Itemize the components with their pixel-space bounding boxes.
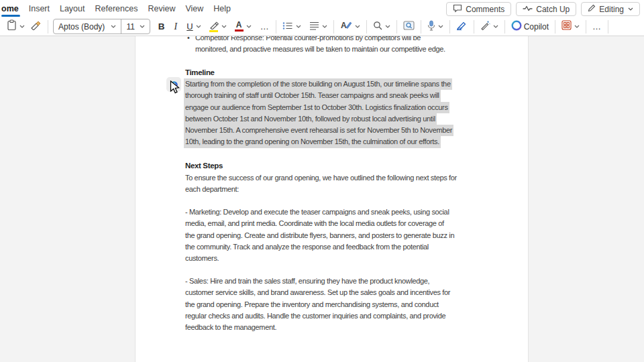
microphone-icon (427, 20, 435, 34)
chevron-down-icon (296, 25, 301, 28)
menu-tabs: ome Insert Layout References Review View… (0, 0, 241, 17)
timeline-paragraph-selected[interactable]: Starting from the completion of the stor… (184, 78, 453, 148)
selected-text-line[interactable]: November 15th. A comprehensive event reh… (184, 125, 453, 136)
header-actions: Comments Catch Up Editing (446, 2, 640, 16)
next-steps-heading[interactable]: Next Steps (185, 160, 223, 172)
ribbon-overflow-button[interactable]: … (590, 19, 604, 35)
selected-text-line[interactable]: 10th, leading to the grand opening on No… (184, 136, 441, 147)
comments-label: Comments (466, 5, 504, 14)
italic-icon: I (174, 21, 178, 32)
more-font-options-button[interactable]: … (258, 19, 272, 35)
chevron-down-icon (140, 25, 145, 28)
text-line[interactable]: customer service skills, and brand aware… (185, 287, 450, 298)
selected-text-line[interactable]: Starting from the completion of the stor… (184, 78, 452, 90)
font-color-button[interactable]: A (232, 19, 254, 35)
comments-button[interactable]: Comments (446, 2, 511, 16)
toolbar-divider (474, 20, 474, 34)
text-line[interactable]: regular checks and audits. Handle the cu… (185, 310, 450, 322)
editing-mode-button[interactable]: Editing (581, 2, 640, 16)
find-button[interactable] (370, 19, 393, 35)
tab-references[interactable]: References (95, 0, 148, 17)
copilot-icon (511, 20, 522, 34)
selected-text-line[interactable]: between October 1st and November 10th, f… (184, 113, 437, 125)
toolbar-divider (608, 20, 608, 34)
styles-icon: A (340, 20, 352, 33)
bullet-list-icon (282, 21, 293, 33)
add-ins-grid-icon (561, 20, 572, 33)
font-size-select[interactable]: 11 (121, 19, 149, 34)
bold-button[interactable]: B (156, 19, 168, 35)
chevron-down-icon (196, 25, 201, 28)
tab-layout[interactable]: Layout (60, 0, 95, 17)
toolbar-divider (333, 20, 334, 34)
tab-insert[interactable]: Insert (29, 0, 59, 17)
text-line[interactable]: customers. (185, 253, 454, 264)
text-line[interactable]: To ensure the success of our grand openi… (185, 172, 457, 184)
editing-label: Editing (599, 5, 624, 14)
editor-button[interactable] (453, 19, 470, 35)
selected-text-line[interactable]: engage our audience from September 1st t… (184, 102, 449, 113)
chevron-down-icon (19, 25, 25, 28)
catch-up-button[interactable]: Catch Up (516, 2, 576, 16)
timeline-heading[interactable]: Timeline (185, 67, 215, 78)
chevron-down-icon (628, 7, 633, 11)
bullet-list-button[interactable] (280, 19, 304, 35)
underline-button[interactable]: U (184, 19, 203, 35)
marketing-paragraph[interactable]: - Marketing: Develop and execute the tea… (185, 206, 454, 264)
chevron-down-icon (322, 25, 327, 28)
search-icon (373, 21, 382, 33)
ellipsis-icon: … (260, 23, 270, 30)
tab-help[interactable]: Help (213, 0, 240, 17)
text-line[interactable]: feedback to the management. (185, 322, 450, 333)
font-name-select[interactable]: Aptos (Body) (54, 19, 121, 34)
selected-text-line[interactable]: thorough training of staff until October… (184, 90, 441, 101)
text-line[interactable]: each department: (185, 184, 457, 195)
text-line[interactable]: the grand opening. Prepare the inventory… (185, 299, 450, 310)
add-ins-button[interactable] (559, 19, 582, 35)
ribbon-toolbar: Aptos (Body) 11 B I U (0, 17, 644, 36)
copilot-button[interactable]: Copilot (508, 19, 551, 35)
dictate-button[interactable] (425, 19, 446, 35)
text-line[interactable]: - Marketing: Develop and execute the tea… (185, 206, 454, 218)
toolbar-divider (396, 20, 397, 34)
auto-rewrite-button[interactable] (478, 19, 501, 35)
chevron-down-icon (493, 25, 498, 28)
comment-icon (453, 4, 462, 15)
text-line[interactable]: the community. Track and analyze the res… (185, 241, 454, 253)
text-line[interactable]: the grand opening. Create and distribute… (185, 230, 454, 241)
tab-home[interactable]: ome (1, 0, 28, 17)
underline-icon: U (186, 21, 193, 32)
toolbar-divider (276, 20, 276, 34)
bullet-list-item[interactable]: • Competitor Response: Potential counter… (187, 36, 489, 56)
search-in-document-button[interactable] (400, 19, 417, 35)
word-online-app: ome Insert Layout References Review View… (0, 0, 644, 362)
toolbar-divider (586, 20, 586, 34)
chevron-down-icon (355, 25, 360, 28)
tab-view[interactable]: View (185, 0, 213, 17)
font-group: Aptos (Body) 11 (53, 19, 150, 34)
sales-paragraph[interactable]: - Sales: Hire and train the sales staff,… (185, 276, 450, 333)
paste-button[interactable] (4, 19, 28, 35)
document-page[interactable]: • Competitor Response: Potential counter… (135, 36, 529, 362)
tab-review[interactable]: Review (148, 0, 184, 17)
align-justify-icon (309, 21, 319, 33)
text-line[interactable]: - Sales: Hire and train the sales staff,… (185, 276, 450, 287)
font-color-icon: A (235, 21, 244, 32)
text-line[interactable]: media, email, and print media. Coordinat… (185, 218, 454, 229)
document-canvas: • Competitor Response: Potential counter… (0, 36, 644, 362)
alignment-button[interactable] (307, 19, 330, 35)
bold-icon: B (158, 21, 165, 32)
text-highlight-button[interactable] (207, 19, 229, 35)
styles-button[interactable]: A (337, 19, 363, 35)
format-painter-button[interactable] (28, 19, 44, 35)
mouse-cursor (170, 80, 180, 97)
bullet-line[interactable]: Competitor Response: Potential counter-p… (195, 36, 421, 44)
pencil-icon (588, 4, 596, 14)
font-name-value: Aptos (Body) (58, 22, 105, 32)
italic-button[interactable]: I (172, 19, 180, 35)
pulse-icon (523, 5, 533, 14)
bullet-line[interactable]: monitored, and proactive measures will b… (195, 44, 489, 55)
next-steps-intro-paragraph[interactable]: To ensure the success of our grand openi… (185, 172, 457, 196)
magic-wand-icon (480, 20, 490, 33)
document-search-icon (403, 21, 415, 33)
